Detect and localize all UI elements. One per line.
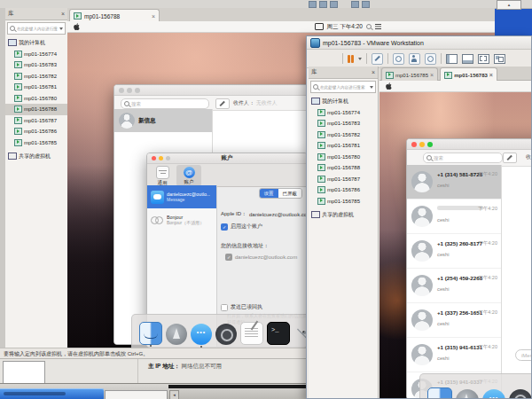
vm-tree-item[interactable]: mp01-156788 [309,162,378,174]
conversation-item-selected[interactable]: 新信息 [114,109,212,132]
vm-tree-item[interactable]: mp01-156780 [5,93,67,105]
zoom-window-icon[interactable] [135,88,140,93]
vm-tree-root[interactable]: 我的计算机 [5,37,67,49]
close-tab-icon[interactable]: × [489,72,493,78]
vm-tab-active[interactable]: mp01-156788 × [69,9,160,22]
vm-tree-item[interactable]: mp01-156787 [309,174,378,185]
send-ctrl-alt-del-icon[interactable] [372,53,383,65]
account-item-bonjour[interactable]: Bonjour Bonjour（不适用） [147,208,216,231]
zoom-window-icon[interactable] [427,142,433,147]
scrollbar-top-button[interactable]: ▴ [497,0,521,10]
snapshot-icon[interactable] [393,53,404,65]
chevron-down-icon[interactable] [358,58,362,60]
taskbar-active-task[interactable] [0,388,104,399]
vm-tree-item[interactable]: mp01-156787 [5,115,67,127]
segment-blocked[interactable]: 已屏蔽 [278,189,302,198]
vm-tree-item[interactable]: mp01-156780 [309,152,378,163]
search-input[interactable]: 搜索 [423,153,503,163]
vm-tree-item[interactable]: mp01-156782 [309,129,378,141]
close-library-icon[interactable]: × [61,11,65,17]
vm-tree-item[interactable]: mp01-156783 [309,118,378,129]
launchpad-icon[interactable] [456,389,479,398]
vm-tree-item[interactable]: mp01-156781 [5,82,67,93]
display-status-icon[interactable] [315,23,324,30]
system-preferences-icon[interactable] [509,389,531,398]
window-titlebar[interactable]: mp01-156783 - VMware Workstation [307,36,531,50]
messages-icon[interactable] [482,389,505,398]
textedit-icon[interactable] [240,322,263,345]
imessage-input[interactable]: iMessage [515,349,531,361]
vm-tree-item[interactable]: mp01-156786 [5,126,67,137]
apple-menu-icon[interactable] [386,82,392,90]
recipient-row[interactable]: 收件人： 无收件人 [233,99,278,107]
show-library-icon[interactable] [446,54,458,64]
chevron-down-icon[interactable] [59,27,63,30]
unity-mode-icon[interactable] [494,54,505,64]
message-thread[interactable]: +1 (315) 941-6131 ceshi 下午4:20 [407,338,501,372]
vm-tab[interactable]: mp01-156783 × [440,67,497,82]
library-search-input[interactable]: 在此处键入内容进行搜索 [7,22,66,35]
vm-tree-root[interactable]: 我的计算机 [309,96,378,107]
vm-tab[interactable]: mp01-156785 × [381,67,438,82]
toolbar-icon[interactable] [351,1,359,8]
notification-center-icon[interactable] [375,24,381,29]
close-tab-icon[interactable]: × [430,72,434,78]
terminal-icon[interactable] [267,322,290,345]
shared-vms-item[interactable]: 共享的虚拟机 [5,151,67,162]
minimize-window-icon[interactable] [419,142,425,147]
vm-tree-item[interactable]: mp01-156774 [5,49,67,60]
segment-settings[interactable]: 设置 [260,189,278,198]
compose-button[interactable] [215,98,230,109]
chevron-down-icon[interactable] [370,86,373,89]
checkbox-checked[interactable]: ✓ [225,254,232,261]
message-thread[interactable]: +1 (325) 260-8177 ceshi 下午4:20 [407,234,501,269]
message-thread[interactable]: +1 (314) 581-8728 ceshi 下午4:20 [407,165,501,200]
toolbar-icon[interactable] [362,1,370,8]
library-search-input[interactable]: 在此处键入内容进行搜索 [310,81,376,93]
launchpad-icon[interactable] [166,324,187,345]
vm-tree-item[interactable]: mp01-156783 [5,59,67,71]
checkbox-unchecked[interactable] [221,304,228,311]
account-item-imessage[interactable]: danielcuezc@outlo... Message [147,185,216,208]
finder-icon[interactable] [427,387,452,398]
pause-vm-icon[interactable] [348,55,354,63]
tab-general[interactable]: 通用 [150,165,175,186]
tab-accounts[interactable]: @ 账户 [176,165,201,186]
compose-button[interactable] [503,153,517,163]
message-thread[interactable]: +1 (337) 256-1651 ceshi 下午4:20 [407,303,501,338]
checkbox-checked[interactable]: ✓ [221,223,228,231]
toolbar-icon[interactable] [319,1,327,8]
snapshot-manager-icon[interactable] [425,53,436,65]
vm-tree-item[interactable]: mp01-156774 [309,107,378,119]
recipient-row[interactable]: 收件人： [526,153,531,161]
vm-tree-item[interactable]: mp01-156781 [309,140,378,152]
menubar-clock[interactable]: 周三 下午4:20 [327,23,363,31]
console-view-icon[interactable] [462,54,473,64]
search-input[interactable]: 搜索 [121,98,209,109]
close-tab-icon[interactable]: × [152,13,155,20]
spotlight-icon[interactable] [366,24,372,29]
vm-tree-item[interactable]: mp01-156786 [309,184,378,196]
vm-console[interactable]: 搜索 收件人： +1 (314) 581-8728 ceshi 下午4:20 [379,81,531,398]
apple-menu-icon[interactable] [74,23,80,30]
close-window-icon[interactable] [119,88,124,93]
close-window-icon[interactable] [411,142,417,147]
fullscreen-icon[interactable] [478,54,489,64]
vm-tree-item[interactable]: mp01-156785 [309,196,378,207]
toolbar-icon[interactable] [309,1,317,8]
vm-tree-item[interactable]: mp01-156788 [5,104,67,115]
taskbar-field[interactable] [105,390,168,399]
shared-vms-item[interactable]: 共享的虚拟机 [309,209,378,221]
minimize-window-icon[interactable] [127,88,132,93]
messages-icon[interactable] [191,324,212,345]
vm-tree-item[interactable]: mp01-156782 [5,71,67,82]
system-preferences-icon[interactable] [215,324,237,345]
taskbar-collapse-button[interactable]: ◂ [169,390,179,399]
toolbar-icon[interactable] [330,1,338,8]
vm-tree-item[interactable]: mp01-156785 [5,137,67,149]
finder-icon[interactable] [139,322,162,345]
message-thread[interactable]: ceshi 下午4:20 [407,200,501,234]
message-thread[interactable]: +1 (254) 459-2268 ceshi 下午4:20 [407,269,501,303]
close-library-icon[interactable]: × [372,69,375,75]
revert-snapshot-icon[interactable] [409,53,420,65]
